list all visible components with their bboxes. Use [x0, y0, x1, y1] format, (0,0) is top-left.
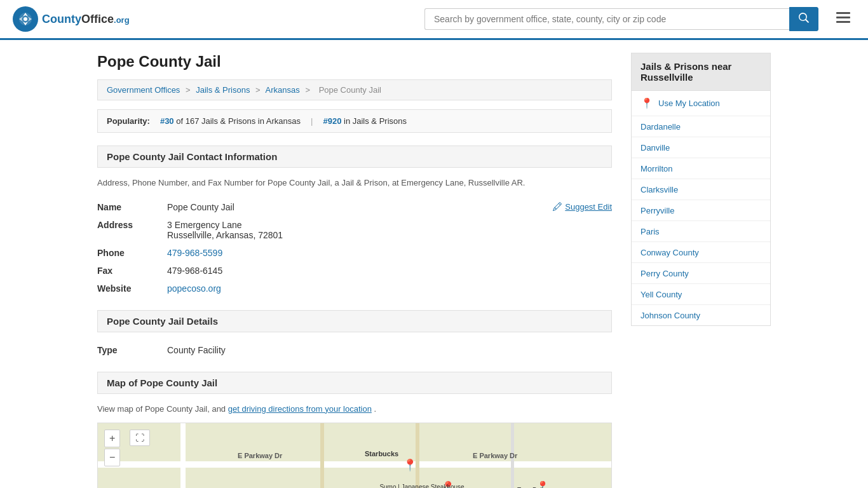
sidebar-list: 📍 Use My Location Dardanelle Danville Mo… [631, 91, 771, 326]
sidebar-link-yell-county[interactable]: Yell County [641, 290, 682, 299]
sumo-label: Sumo | Japanese Steakhouse & Sushi Bar [377, 484, 466, 488]
sidebar-link-conway-county[interactable]: Conway County [641, 248, 699, 257]
map-zoom-in[interactable]: + [104, 430, 120, 447]
popularity-rank-local: #30 of 167 Jails & Prisons in Arkansas [160, 116, 301, 126]
map-expand[interactable]: ⛶ [130, 430, 150, 446]
sidebar-link-dardanelle[interactable]: Dardanelle [641, 122, 681, 132]
details-info-table: Type County Facility [97, 341, 612, 359]
sidebar-link-paris[interactable]: Paris [641, 227, 660, 236]
sidebar-header: Jails & Prisons near Russellville [631, 53, 771, 91]
list-item: Perryville [632, 200, 770, 221]
table-row: Type County Facility [97, 341, 612, 359]
menu-button[interactable] [831, 8, 855, 30]
use-my-location-link[interactable]: Use My Location [658, 98, 720, 108]
search-button[interactable] [789, 7, 818, 31]
list-item: Paris [632, 221, 770, 242]
popularity-bar: Popularity: #30 of 167 Jails & Prisons i… [97, 109, 612, 133]
breadcrumb-current: Pope County Jail [319, 85, 381, 95]
breadcrumb-jails-prisons[interactable]: Jails & Prisons [196, 85, 250, 95]
phone-link[interactable]: 479-968-5599 [167, 248, 222, 258]
site-logo[interactable]: CountyOffice.org [13, 6, 130, 32]
map-label-e-parkway-bottom: E Parkway Dr [473, 452, 517, 459]
suggest-edit-button[interactable]: Suggest Edit [553, 202, 612, 212]
use-my-location-button[interactable]: 📍 Use My Location [632, 91, 770, 116]
popularity-sep: | [311, 116, 313, 126]
content-area: Pope County Jail Government Offices > Ja… [97, 53, 612, 488]
main-container: Pope County Jail Government Offices > Ja… [85, 40, 783, 488]
site-header: CountyOffice.org [0, 0, 868, 40]
breadcrumb-government-offices[interactable]: Government Offices [107, 85, 180, 95]
list-item: Perry County [632, 263, 770, 284]
breadcrumb: Government Offices > Jails & Prisons > A… [97, 79, 612, 100]
website-link[interactable]: popecoso.org [167, 283, 221, 294]
page-title: Pope County Jail [97, 53, 612, 71]
svg-rect-5 [836, 21, 850, 23]
search-input[interactable] [424, 8, 789, 30]
sidebar-link-morrilton[interactable]: Morrilton [641, 164, 673, 173]
starbucks-label: Starbucks [365, 450, 398, 458]
sidebar-link-perry-county[interactable]: Perry County [641, 269, 689, 278]
fax-value: 479-968-6145 [167, 262, 612, 280]
contact-info-table: Name Pope County Jail Suggest Edit Addre… [97, 198, 612, 297]
address-label: Address [97, 216, 167, 244]
breadcrumb-arkansas[interactable]: Arkansas [266, 85, 300, 95]
driving-directions-link[interactable]: get driving directions from your locatio… [228, 404, 372, 414]
logo-icon [13, 6, 38, 32]
table-row: Address 3 Emergency Lane Russellville, A… [97, 216, 612, 244]
list-item: Johnson County [632, 305, 770, 325]
details-block: Pope County Jail Details Type County Fac… [97, 310, 612, 359]
phone-value: 479-968-5599 [167, 244, 612, 262]
list-item: Danville [632, 137, 770, 158]
website-value: popecoso.org [167, 280, 612, 297]
details-section-header: Pope County Jail Details [97, 310, 612, 332]
svg-rect-3 [836, 12, 850, 14]
type-value: County Facility [167, 341, 612, 359]
map-zoom-out[interactable]: − [104, 449, 120, 466]
sidebar-link-clarksville[interactable]: Clarksville [641, 185, 678, 194]
breadcrumb-sep-3: > [305, 85, 310, 95]
contact-description: Address, Phone Number, and Fax Number fo… [97, 177, 612, 189]
sidebar-link-danville[interactable]: Danville [641, 143, 670, 152]
list-item: Morrilton [632, 158, 770, 179]
address-value: 3 Emergency Lane Russellville, Arkansas,… [167, 216, 612, 244]
website-label: Website [97, 280, 167, 297]
list-item: Yell County [632, 284, 770, 305]
list-item: Dardanelle [632, 116, 770, 137]
search-area [424, 7, 818, 31]
breadcrumb-sep-1: > [186, 85, 191, 95]
svg-rect-4 [836, 17, 850, 18]
table-row: Website popecoso.org [97, 280, 612, 297]
logo-text: CountyOffice.org [42, 13, 130, 26]
breadcrumb-sep-2: > [255, 85, 261, 95]
contact-section-header: Pope County Jail Contact Information [97, 146, 612, 168]
sidebar: Jails & Prisons near Russellville 📍 Use … [631, 53, 771, 488]
phone-label: Phone [97, 244, 167, 262]
svg-point-2 [24, 17, 27, 21]
map-container[interactable]: E Parkway Dr E Parkway Dr 📍 Starbucks 📍 … [97, 423, 612, 488]
contact-block: Pope County Jail Contact Information Add… [97, 146, 612, 297]
name-label: Name [97, 198, 167, 216]
fax-label: Fax [97, 262, 167, 280]
list-item: Conway County [632, 242, 770, 263]
table-row: Phone 479-968-5599 [97, 244, 612, 262]
map-section: Map of Pope County Jail View map of Pope… [97, 372, 612, 489]
table-row: Fax 479-968-6145 [97, 262, 612, 280]
popularity-rank-national: #920 in Jails & Prisons [323, 116, 407, 126]
sidebar-link-johnson-county[interactable]: Johnson County [641, 311, 700, 320]
map-description: View map of Pope County Jail, and get dr… [97, 403, 612, 416]
map-label-e-parkway-top: E Parkway Dr [238, 452, 282, 459]
starbucks-pin-icon: 📍 [403, 458, 417, 472]
type-label: Type [97, 341, 167, 359]
location-pin-icon: 📍 [641, 97, 653, 109]
popularity-label: Popularity: [107, 116, 150, 126]
name-value: Pope County Jail Suggest Edit [167, 198, 612, 216]
map-section-header: Map of Pope County Jail [97, 372, 612, 394]
table-row: Name Pope County Jail Suggest Edit [97, 198, 612, 216]
sidebar-link-perryville[interactable]: Perryville [641, 206, 674, 215]
list-item: Clarksville [632, 179, 770, 200]
